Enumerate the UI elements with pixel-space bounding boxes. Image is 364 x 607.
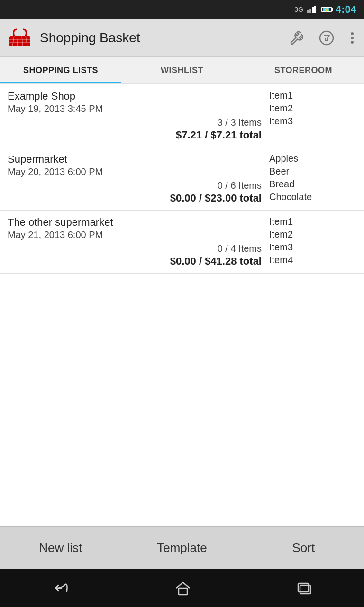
list-item-tag: Item4 (269, 255, 356, 266)
status-bar: 3G ⚡ 4:04 (0, 0, 364, 19)
list-count: 0 / 6 Items (8, 180, 262, 191)
header-actions (285, 28, 356, 48)
back-button[interactable] (52, 581, 71, 595)
svg-point-12 (351, 32, 354, 35)
svg-rect-3 (314, 6, 316, 13)
tab-wishlist[interactable]: WISHLIST (121, 57, 243, 83)
recents-icon (295, 580, 312, 596)
svg-rect-1 (309, 9, 311, 13)
list-item-tag: Item2 (269, 103, 356, 114)
list-date: May 21, 2013 6:00 PM (8, 230, 262, 240)
bottom-bar: New list Template Sort (0, 526, 364, 569)
filter-icon (318, 30, 335, 46)
list-item-tag: Apples (269, 153, 356, 164)
list-total: $7.21 / $7.21 total (8, 129, 262, 141)
template-button[interactable]: Template (121, 527, 243, 569)
svg-rect-15 (179, 588, 187, 595)
list-item[interactable]: SupermarketMay 20, 2013 6:00 PM0 / 6 Ite… (0, 147, 364, 211)
tab-storeroom[interactable]: STOREROOM (243, 57, 364, 83)
wrench-icon (287, 30, 303, 46)
list-item-tag: Bread (269, 179, 356, 190)
signal-indicator: 3G (294, 6, 303, 13)
svg-rect-2 (312, 7, 314, 13)
svg-point-11 (320, 31, 333, 45)
list-count: 0 / 4 Items (8, 243, 262, 254)
filter-button[interactable] (317, 28, 337, 48)
list-name: The other supermarket (8, 216, 262, 229)
tab-shopping-lists[interactable]: SHOPPING LISTS (0, 57, 121, 83)
recents-button[interactable] (295, 580, 312, 596)
list-item[interactable]: The other supermarketMay 21, 2013 6:00 P… (0, 211, 364, 274)
list-item-tag: Item3 (269, 242, 356, 253)
home-icon (174, 580, 191, 596)
battery-icon: ⚡ (321, 7, 332, 12)
more-icon (350, 31, 355, 45)
list-total: $0.00 / $41.28 total (8, 255, 262, 267)
more-button[interactable] (348, 29, 356, 46)
basket-icon (8, 28, 32, 48)
list-item-tag: Item3 (269, 116, 356, 127)
list-item[interactable]: Example ShopMay 19, 2013 3:45 PM3 / 3 It… (0, 84, 364, 147)
list-item-tag: Item1 (269, 216, 356, 227)
svg-point-13 (351, 37, 354, 39)
clock: 4:04 (336, 3, 356, 16)
list-name: Example Shop (8, 90, 262, 102)
svg-point-14 (351, 41, 354, 44)
home-button[interactable] (174, 580, 191, 596)
tab-bar: SHOPPING LISTS WISHLIST STOREROOM (0, 57, 364, 84)
list-item-tag: Item2 (269, 229, 356, 240)
android-nav-bar (0, 569, 364, 607)
list-item-tag: Chocolate (269, 192, 356, 202)
list-name: Supermarket (8, 153, 262, 166)
signal-bars-icon (307, 6, 317, 13)
list-count: 3 / 3 Items (8, 117, 262, 128)
list-item-tag: Item1 (269, 90, 356, 101)
shopping-lists-content[interactable]: Example ShopMay 19, 2013 3:45 PM3 / 3 It… (0, 84, 364, 526)
wrench-button[interactable] (285, 28, 305, 48)
list-item-tag: Beer (269, 166, 356, 177)
list-date: May 19, 2013 3:45 PM (8, 103, 262, 114)
list-total: $0.00 / $23.00 total (8, 192, 262, 204)
app-title: Shopping Basket (40, 30, 285, 46)
app-header: Shopping Basket (0, 19, 364, 57)
back-icon (52, 581, 71, 595)
svg-rect-0 (307, 10, 309, 13)
list-date: May 20, 2013 6:00 PM (8, 166, 262, 177)
sort-button[interactable]: Sort (243, 527, 364, 569)
new-list-button[interactable]: New list (0, 527, 121, 569)
